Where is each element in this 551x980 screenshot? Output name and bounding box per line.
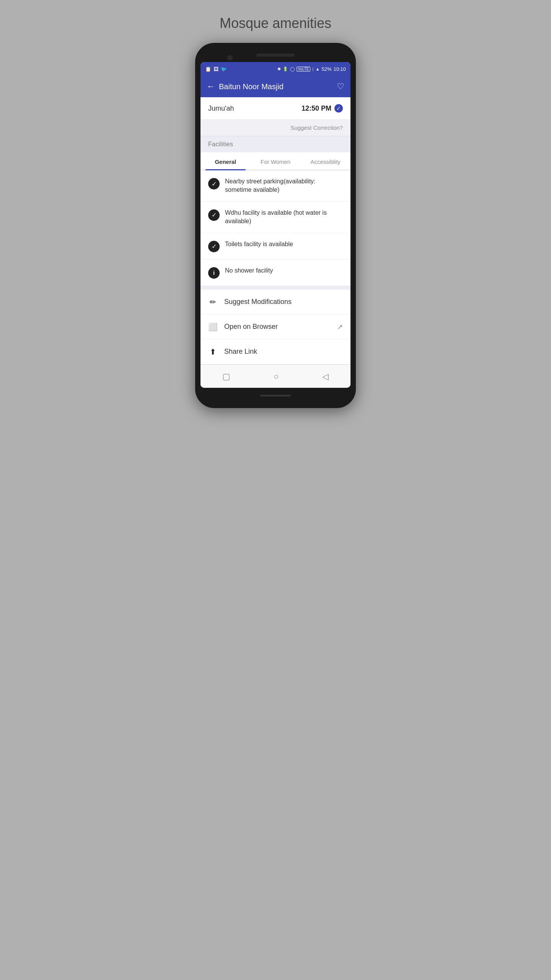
prayer-time-wrap: 12:50 PM ✓ bbox=[302, 104, 343, 113]
favorite-button[interactable]: ♡ bbox=[337, 82, 344, 91]
facility-item-shower: i No shower facility bbox=[201, 260, 350, 286]
suggest-correction-bar[interactable]: Suggest Correction? bbox=[201, 120, 350, 136]
phone-camera bbox=[227, 55, 233, 60]
app-bar-left: ← Baitun Noor Masjid bbox=[207, 82, 284, 91]
back-button[interactable]: ← bbox=[207, 82, 215, 91]
facilities-header: Facilities bbox=[201, 136, 350, 152]
page-title: Mosque amenities bbox=[220, 15, 331, 31]
suggest-correction-text: Suggest Correction? bbox=[290, 124, 343, 131]
facility-item-toilets: ✓ Toilets facility is available bbox=[201, 233, 350, 260]
facility-text-shower: No shower facility bbox=[225, 266, 273, 275]
tab-accessibility[interactable]: Accessiblity bbox=[300, 152, 350, 170]
external-link-icon: ↗ bbox=[337, 323, 343, 331]
tab-general[interactable]: General bbox=[201, 152, 251, 170]
nav-triangle-button[interactable]: ◁ bbox=[315, 370, 336, 383]
status-signal: ▲ bbox=[316, 67, 320, 71]
facility-text-parking: Nearby street parking(availability: some… bbox=[225, 177, 343, 194]
nav-circle-button[interactable]: ○ bbox=[266, 370, 286, 383]
pencil-icon: ✏ bbox=[208, 297, 217, 307]
phone-device: 📋 🖼 🐦 ✱ 🔋 ◯ VoLTE 〈 ▲ 52% 10:10 ← Baitun… bbox=[195, 43, 356, 408]
section-divider bbox=[201, 286, 350, 290]
share-link-button[interactable]: ⬆ Share Link bbox=[201, 340, 350, 364]
facility-text-wudu: Wdhu facility is available (hot water is… bbox=[225, 209, 343, 226]
share-icon: ⬆ bbox=[208, 347, 217, 356]
status-icon-clipboard: 📋 bbox=[205, 66, 211, 72]
nav-square-button[interactable]: ▢ bbox=[215, 370, 238, 383]
status-battery: 52% bbox=[321, 66, 331, 72]
facility-text-toilets: Toilets facility is available bbox=[225, 240, 293, 248]
status-time: 10:10 bbox=[333, 66, 346, 72]
status-volte: VoLTE bbox=[297, 67, 310, 72]
status-icon-twitter: 🐦 bbox=[221, 66, 227, 72]
phone-bottom bbox=[201, 388, 350, 399]
tabs-row: General For Women Accessiblity bbox=[201, 152, 350, 170]
status-bar: 📋 🖼 🐦 ✱ 🔋 ◯ VoLTE 〈 ▲ 52% 10:10 bbox=[201, 62, 350, 76]
suggest-modifications-button[interactable]: ✏ Suggest Modifications bbox=[201, 290, 350, 315]
status-icon-image: 🖼 bbox=[214, 66, 218, 72]
phone-top bbox=[201, 50, 350, 62]
share-link-left: ⬆ Share Link bbox=[208, 347, 257, 356]
facility-check-icon-3: ✓ bbox=[208, 241, 220, 252]
open-on-browser-label: Open on Browser bbox=[224, 323, 278, 331]
app-bar: ← Baitun Noor Masjid ♡ bbox=[201, 76, 350, 97]
tab-for-women[interactable]: For Women bbox=[251, 152, 301, 170]
app-bar-title: Baitun Noor Masjid bbox=[219, 82, 284, 91]
suggest-modifications-label: Suggest Modifications bbox=[224, 298, 292, 306]
browser-icon: ⬜ bbox=[208, 322, 217, 332]
content-area: Jumu'ah 12:50 PM ✓ Suggest Correction? F… bbox=[201, 97, 350, 388]
facility-info-icon-1: i bbox=[208, 267, 220, 279]
status-wifi: 〈 bbox=[312, 67, 314, 72]
status-vibrate: 🔋 bbox=[283, 67, 288, 72]
suggest-modifications-left: ✏ Suggest Modifications bbox=[208, 297, 292, 307]
open-on-browser-button[interactable]: ⬜ Open on Browser ↗ bbox=[201, 315, 350, 340]
open-on-browser-left: ⬜ Open on Browser bbox=[208, 322, 278, 332]
facility-list: ✓ Nearby street parking(availability: so… bbox=[201, 170, 350, 286]
facility-item-parking: ✓ Nearby street parking(availability: so… bbox=[201, 170, 350, 202]
facilities-label: Facilities bbox=[208, 141, 233, 147]
facility-check-icon-1: ✓ bbox=[208, 178, 220, 189]
prayer-row: Jumu'ah 12:50 PM ✓ bbox=[201, 97, 350, 120]
phone-home-bar bbox=[260, 395, 291, 397]
action-list: ✏ Suggest Modifications ⬜ Open on Browse… bbox=[201, 290, 350, 364]
prayer-name: Jumu'ah bbox=[208, 105, 234, 113]
status-left-icons: 📋 🖼 🐦 bbox=[205, 66, 227, 72]
bottom-nav: ▢ ○ ◁ bbox=[201, 364, 350, 388]
phone-speaker bbox=[256, 54, 295, 57]
status-alarm: ◯ bbox=[290, 67, 295, 72]
status-right-info: ✱ 🔋 ◯ VoLTE 〈 ▲ 52% 10:10 bbox=[277, 66, 346, 72]
status-bluetooth: ✱ bbox=[277, 67, 281, 72]
share-link-label: Share Link bbox=[224, 348, 257, 356]
prayer-confirmed-icon: ✓ bbox=[334, 104, 343, 113]
facility-item-wudu: ✓ Wdhu facility is available (hot water … bbox=[201, 202, 350, 233]
phone-screen: 📋 🖼 🐦 ✱ 🔋 ◯ VoLTE 〈 ▲ 52% 10:10 ← Baitun… bbox=[201, 62, 350, 388]
prayer-time: 12:50 PM bbox=[302, 105, 331, 113]
facility-check-icon-2: ✓ bbox=[208, 209, 220, 221]
